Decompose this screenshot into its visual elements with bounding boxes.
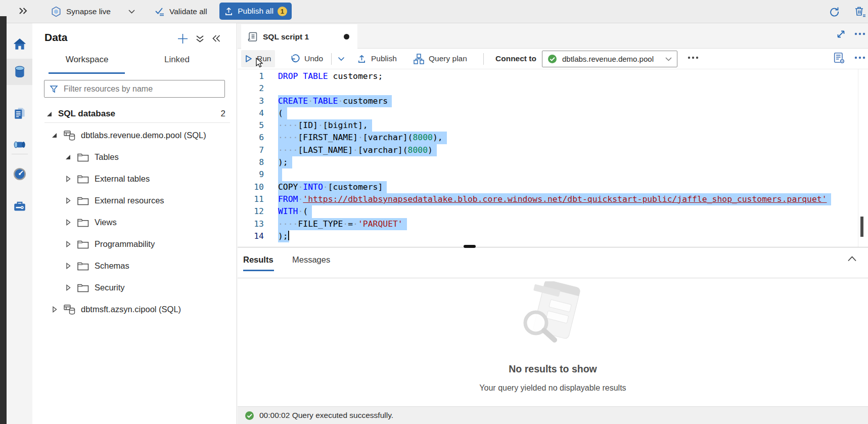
expand-node-icon[interactable] [65, 284, 71, 291]
undo-button[interactable]: Undo [286, 50, 327, 67]
run-label: Run [257, 54, 271, 63]
code-line[interactable]: 7····[LAST_NAME]·[varchar](8000) [238, 144, 868, 156]
tree-item-label: Programmability [95, 239, 155, 249]
code-line[interactable]: 14); [238, 230, 868, 242]
toolbar-more-icon[interactable] [688, 56, 699, 59]
code-line[interactable]: 13····FILE_TYPE·=·'PARQUET' [238, 218, 868, 230]
tree-item[interactable]: Views [32, 211, 237, 233]
validate-all-button[interactable]: Validate all [155, 0, 207, 23]
query-plan-button[interactable]: Query plan [409, 50, 471, 67]
code-text: COPY·INTO·[customers] [278, 181, 387, 193]
empty-state-subtitle: Your query yielded no displayable result… [238, 384, 868, 393]
code-line[interactable]: 12WITH·( [238, 205, 868, 218]
code-text: ····[LAST_NAME]·[varchar](8000) [278, 144, 437, 156]
connect-to-dropdown[interactable]: dbtlabs.revenue.demo.pool [542, 51, 677, 67]
expand-node-icon[interactable] [65, 197, 71, 204]
collapse-results-icon[interactable] [847, 256, 857, 262]
tab-linked[interactable]: Linked [139, 55, 215, 72]
tab-more-icon[interactable] [854, 32, 865, 35]
nav-monitor-button[interactable] [7, 161, 32, 187]
code-line[interactable]: 9 [238, 168, 868, 181]
properties-icon[interactable] [833, 52, 846, 64]
line-number: 11 [238, 193, 264, 205]
folder-icon [77, 196, 89, 206]
nav-home-button[interactable] [7, 31, 32, 57]
publish-label: Publish [371, 54, 397, 63]
expand-editor-icon[interactable] [836, 29, 846, 39]
tree-section-sql-database[interactable]: SQL database 2 [32, 103, 237, 124]
code-line[interactable]: 2 [238, 82, 868, 95]
connected-check-icon [547, 54, 557, 64]
publish-all-button[interactable]: Publish all 1 [219, 3, 292, 20]
database-cylinder-icon [13, 65, 27, 79]
code-line[interactable]: 11FROM·'https://dbtlabsynapsedatalake.bl… [238, 193, 868, 205]
tree-item[interactable]: Tables [32, 146, 237, 168]
tree-item-label: Tables [95, 152, 119, 162]
code-line[interactable]: 4( [238, 107, 868, 119]
nav-data-button[interactable] [7, 59, 32, 85]
tree-item[interactable]: Programmability [32, 233, 237, 255]
splitter-drag-handle[interactable] [464, 245, 476, 248]
nav-develop-button[interactable] [7, 100, 32, 126]
code-text: ); [278, 230, 289, 242]
branch-switcher[interactable]: Synapse live [51, 0, 135, 23]
editor-scrollbar-thumb[interactable] [860, 217, 863, 237]
publish-upload-icon [224, 7, 234, 16]
add-resource-icon[interactable] [177, 33, 189, 45]
double-chevron-right-icon[interactable] [18, 7, 28, 15]
sql-code-editor[interactable]: 1DROP TABLE customers;23CREATE·TABLE·cus… [238, 69, 868, 247]
filter-input[interactable]: Filter resources by name [44, 80, 225, 98]
code-text: ); [278, 156, 292, 168]
collapse-node-icon[interactable] [51, 133, 58, 138]
tree-item[interactable]: Security [32, 277, 237, 299]
chevron-down-icon [665, 57, 672, 61]
publish-count-badge: 1 [278, 7, 287, 16]
publish-button[interactable]: Publish [353, 50, 401, 67]
tree-item[interactable]: Schemas [32, 255, 237, 277]
collapse-all-icon[interactable] [196, 35, 204, 43]
code-line[interactable]: 3CREATE·TABLE·customers [238, 95, 868, 107]
tree-item-label: dbtlabs.revenue.demo.pool (SQL) [81, 131, 206, 140]
expand-node-icon[interactable] [51, 306, 58, 313]
expand-node-icon[interactable] [65, 241, 71, 247]
tab-results[interactable]: Results [243, 255, 273, 265]
results-splitter[interactable] [238, 247, 868, 247]
tree-item[interactable]: dbtmsft.azsyn.cipool (SQL) [32, 299, 237, 320]
collapsed-left-edge [0, 16, 7, 424]
validate-check-icon [155, 7, 165, 16]
code-line[interactable]: 6····[FIRST_NAME]·[varchar](8000), [238, 132, 868, 144]
code-line[interactable]: 1DROP TABLE customers; [238, 70, 868, 82]
document-icon [13, 106, 27, 120]
folder-icon [77, 218, 89, 228]
toolbar-overflow-icon[interactable] [854, 56, 865, 59]
collapse-panel-icon[interactable] [212, 34, 221, 43]
undo-redo-dropdown-icon[interactable] [334, 50, 349, 67]
tree-item[interactable]: External resources [32, 190, 237, 211]
code-line[interactable]: 5····[ID]·[bigint], [238, 119, 868, 132]
collapse-node-icon[interactable] [47, 112, 52, 116]
trash-icon[interactable] [853, 5, 866, 18]
top-command-bar: Synapse live Validate all Publish all 1 [0, 0, 868, 23]
run-button[interactable]: Run [241, 50, 275, 67]
nav-manage-button[interactable] [7, 193, 32, 220]
tab-sql-script-1[interactable]: SQL script 1 [241, 24, 357, 49]
expand-node-icon[interactable] [65, 219, 71, 226]
code-line[interactable]: 10COPY·INTO·[customers] [238, 181, 868, 193]
refresh-icon[interactable] [828, 6, 840, 18]
validate-all-label: Validate all [169, 7, 207, 16]
expand-node-icon[interactable] [65, 176, 71, 182]
active-tab-underline [49, 72, 125, 74]
tree-item[interactable]: External tables [32, 168, 237, 190]
tab-messages[interactable]: Messages [292, 255, 330, 265]
collapse-node-icon[interactable] [65, 155, 71, 159]
run-play-icon [245, 55, 252, 63]
tree-item[interactable]: dbtlabs.revenue.demo.pool (SQL) [32, 124, 237, 146]
query-plan-icon [414, 54, 424, 64]
toolbox-icon [13, 199, 27, 214]
data-explorer-panel: Data Workspace Linked Filter resources b… [32, 23, 237, 424]
chevron-down-icon [128, 10, 135, 14]
code-line[interactable]: 8); [238, 156, 868, 168]
expand-node-icon[interactable] [65, 263, 71, 269]
tab-workspace[interactable]: Workspace [49, 55, 125, 72]
tree-item-label: Security [95, 283, 125, 292]
